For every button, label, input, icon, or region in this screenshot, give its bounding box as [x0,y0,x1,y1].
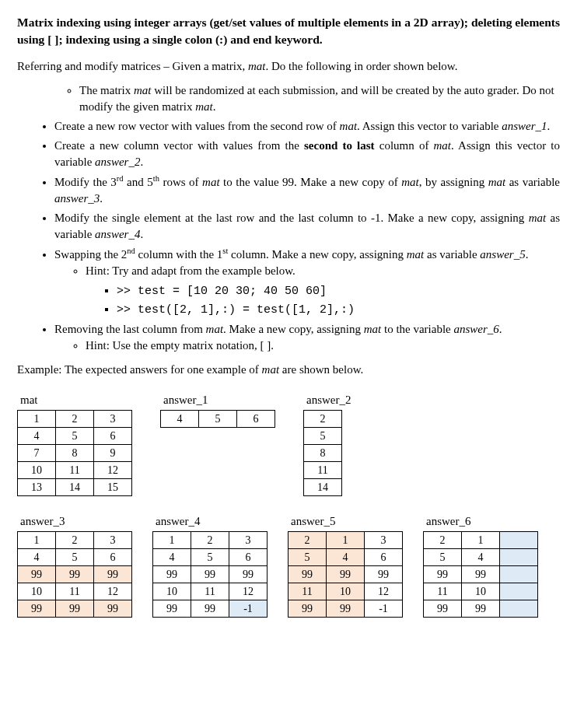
intro-post: . Do the following in order shown below. [266,60,458,72]
table-cell: 2 [304,411,342,428]
answer-ref: answer_3 [54,192,100,205]
table-cell: 10 [18,583,56,600]
table-block-a5: answer_5 2135469999991110129999-1 [288,513,403,618]
code-list: >> test = [10 20 30; 40 50 60] >> test([… [86,282,560,318]
table-block-a6: answer_6 2154999911109999 [423,513,538,618]
table-cell: 99 [94,600,132,618]
table-cell: 2 [56,411,94,428]
table-cell: 10 [18,462,56,479]
mat-ref: mat [529,212,547,224]
text: Modify the 3 [54,176,117,188]
text: column. Make a new copy, assigning [228,248,406,261]
ordinal: rd [117,174,124,183]
table-cell: 1 [462,532,500,549]
ordinal: nd [127,247,135,255]
table-cell: 11 [191,583,229,600]
text: . [140,156,143,168]
table-cell: 99 [424,566,462,583]
table-cell: 11 [424,583,462,600]
text: Create a new column vector with values f… [54,139,304,152]
intro-paragraph: Referring and modify matrices – Given a … [17,58,560,75]
text: . Make a new copy, assigning [223,323,364,335]
mat-ref: mat [401,176,419,188]
table-cell: 14 [56,479,94,496]
sub-note-list: The matrix mat will be randomized at eac… [48,82,560,115]
table-cell: 15 [94,479,132,496]
intro-pre: Referring and modify matrices – Given a … [17,60,248,72]
text: column of [375,139,434,152]
table-cell: 10 [153,583,191,600]
table-cell: 4 [153,549,191,566]
code-text: >> test([2, 1],:) = test([1, 2],:) [117,303,355,317]
answer-ref: answer_5 [480,248,525,261]
text: The matrix [79,84,134,96]
text: are shown below. [279,363,363,376]
table-cell: 12 [365,583,403,600]
text: will be randomized at each submission, a… [79,84,554,113]
answer-ref: answer_1 [502,120,547,132]
instruction-item-1: Create a new row vector with values from… [54,118,560,135]
table-cell: 12 [94,583,132,600]
table-cell: 13 [18,479,56,496]
table-cell-empty [500,600,538,618]
text: to the value 99. Make a new copy of [220,176,402,188]
table-cell: -1 [229,600,268,618]
table-label: answer_3 [17,513,132,530]
answer-ref: answer_2 [95,156,140,168]
table-cell: 2 [191,532,229,549]
table-cell: 99 [462,566,500,583]
text: . [547,120,551,132]
hint-item: Hint: Try and adapt from the example bel… [86,263,560,279]
intro-mat: mat [248,60,266,72]
hint-list: Hint: Use the empty matrix notation, [ ]… [54,338,560,354]
code-line: >> test = [10 20 30; 40 50 60] [117,282,560,299]
page-title: Matrix indexing using integer arrays (ge… [17,14,560,47]
table-cell: 1 [18,411,56,428]
table-cell: 1 [153,532,191,549]
text: as variable [505,176,560,188]
text: Create a new row vector with values from… [54,120,340,132]
table-cell: 99 [153,600,191,618]
mat-ref: mat [488,176,506,188]
table-cell: 99 [94,566,132,583]
table-cell: 99 [18,600,56,618]
table-cell: 99 [18,566,56,583]
table-cell: 5 [304,428,342,445]
text: . [499,323,502,335]
table-cell: 7 [18,445,56,462]
instruction-item-4: Modify the single element at the last ro… [54,210,560,243]
tables-row-1: mat 123456789101112131415 answer_1 456 a… [17,392,560,496]
table-cell: 4 [18,428,56,445]
table-answer-4: 1234569999991011129999-1 [152,531,268,618]
text: Example: The expected answers for one ex… [17,363,262,376]
table-block-a2: answer_2 2581114 [303,392,351,496]
table-cell: 3 [94,411,132,428]
mat-ref: mat [202,176,220,188]
text: to the variable [381,323,453,335]
text: . [140,228,143,240]
instruction-item-5: Swapping the 2nd column with the 1st col… [54,246,560,318]
table-cell-empty [500,549,538,566]
table-cell: 6 [229,549,268,566]
table-cell: 99 [229,566,268,583]
mat-ref: mat [134,84,152,96]
table-label: answer_2 [303,392,351,408]
code-line: >> test([2, 1],:) = test([1, 2],:) [117,301,560,318]
table-cell: 11 [304,462,342,479]
table-label: answer_4 [152,513,268,530]
text: Swapping the 2 [54,248,127,261]
instruction-list: Create a new row vector with values from… [17,118,560,354]
table-answer-5: 2135469999991110129999-1 [288,531,403,618]
mat-ref: mat [340,120,358,132]
table-cell: 1 [327,532,365,549]
table-cell: 5 [56,428,94,445]
table-cell: 2 [56,532,94,549]
table-cell: 99 [424,600,462,618]
text: Modify the single element at the last ro… [54,212,529,224]
tables-row-2: answer_3 123456999999101112999999 answer… [17,513,560,618]
table-label: mat [17,392,132,408]
table-cell: 1 [18,532,56,549]
table-cell: 99 [327,566,365,583]
table-cell: 4 [462,549,500,566]
table-cell: 99 [462,600,500,618]
